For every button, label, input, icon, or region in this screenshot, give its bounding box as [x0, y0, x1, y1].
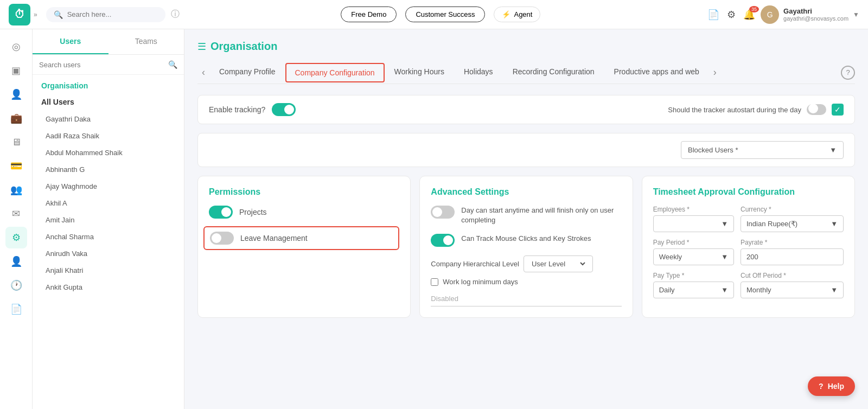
advanced-settings-title: Advanced Settings: [431, 187, 621, 197]
autostart-check: ✓: [832, 104, 844, 116]
projects-toggle[interactable]: [209, 206, 233, 219]
tab-company-profile[interactable]: Company Profile: [209, 62, 285, 83]
list-item[interactable]: Amit Jain: [33, 212, 184, 228]
all-users-label[interactable]: All Users: [33, 93, 184, 111]
hierarchical-select[interactable]: User Level Manager Level Admin Level: [529, 259, 587, 269]
notification-icon[interactable]: 🔔35: [743, 9, 755, 21]
tab-prev-arrow[interactable]: ‹: [197, 67, 209, 78]
sidebar-item-settings[interactable]: ⚙: [5, 227, 27, 248]
enable-tracking-toggle[interactable]: [272, 103, 296, 116]
tabs-row: ‹ Company Profile Company Configuration …: [197, 61, 855, 84]
worklog-checkbox[interactable]: [431, 278, 438, 286]
tab-productive-apps[interactable]: Productive apps and web: [604, 62, 709, 83]
sidebar-item-dashboard[interactable]: ◎: [5, 36, 27, 57]
currency-arrow: ▼: [831, 220, 838, 228]
user-avatar: G: [761, 5, 779, 24]
mousetrack-toggle[interactable]: [431, 234, 455, 247]
list-item[interactable]: Akhil A: [33, 195, 184, 212]
pay-period-select[interactable]: Weekly ▼: [653, 248, 734, 265]
blocked-users-select[interactable]: Blocked Users * ▼: [681, 141, 844, 159]
permissions-title: Permissions: [209, 187, 399, 197]
help-label: Help: [828, 382, 844, 391]
sidebar-item-tv[interactable]: ▣: [5, 60, 27, 81]
hierarchical-label: Company Hierarchical Level: [431, 259, 519, 269]
tab-company-configuration[interactable]: Company Configuration: [285, 63, 385, 82]
list-item[interactable]: Abdul Mohammed Shaik: [33, 144, 184, 161]
cutoff-field: Cut Off Period * Monthly ▼: [741, 272, 844, 298]
tracking-row: Enable tracking? Should the tracker auto…: [197, 95, 855, 124]
sidebar-item-monitor[interactable]: 🖥: [5, 131, 27, 153]
timesheet-card: Timesheet Approval Configuration Employe…: [642, 176, 855, 318]
info-icon[interactable]: ⓘ: [171, 9, 180, 20]
advanced-settings-card: Advanced Settings Day can start anytime …: [419, 176, 633, 318]
currency-select[interactable]: Indian Rupee(₹) ▼: [741, 215, 844, 232]
agent-button[interactable]: ⚡ Agent: [494, 7, 540, 22]
tab-help-icon[interactable]: ?: [841, 66, 855, 80]
pay-type-value: Daily: [659, 286, 675, 294]
sidebar-item-briefcase[interactable]: 💼: [5, 107, 27, 129]
settings-nav-icon[interactable]: ⚙: [727, 9, 736, 21]
list-item[interactable]: Anjali Khatri: [33, 262, 184, 279]
user-dropdown-arrow[interactable]: ▼: [853, 11, 859, 18]
tab-recording-configuration[interactable]: Recording Configuration: [503, 62, 604, 83]
pay-period-field: Pay Period * Weekly ▼: [653, 239, 734, 265]
tab-next-arrow[interactable]: ›: [709, 61, 721, 84]
mousetrack-label: Can Track Mouse Clicks and Key Strokes: [461, 234, 591, 244]
sidebar-item-card[interactable]: 💳: [5, 155, 27, 177]
user-email: gayathri@snovasys.com: [783, 15, 848, 22]
global-search[interactable]: 🔍: [46, 7, 165, 22]
tab-working-hours[interactable]: Working Hours: [385, 62, 454, 83]
user-name: Gayathri: [783, 7, 848, 15]
daystart-label: Day can start anytime and will finish on…: [461, 206, 621, 225]
user-details: Gayathri gayathri@snovasys.com: [783, 7, 848, 22]
user-info[interactable]: G Gayathri gayathri@snovasys.com ▼: [761, 5, 859, 24]
list-item[interactable]: Anirudh Vaka: [33, 245, 184, 262]
customer-success-button[interactable]: Customer Success: [405, 7, 485, 22]
tab-teams[interactable]: Teams: [108, 29, 184, 54]
hierarchical-dropdown[interactable]: User Level Manager Level Admin Level: [524, 255, 593, 272]
pay-type-arrow: ▼: [721, 286, 728, 294]
nav-icons: 📄 ⚙ 🔔35: [707, 9, 755, 21]
leave-toggle[interactable]: [210, 232, 234, 245]
pay-type-select[interactable]: Daily ▼: [653, 282, 734, 298]
sidebar-item-clock[interactable]: 🕐: [5, 274, 27, 296]
enable-tracking-label: Enable tracking?: [209, 105, 265, 114]
permissions-card: Permissions Projects Leave Management: [197, 176, 411, 318]
list-item[interactable]: Ankit Gupta: [33, 279, 184, 296]
list-item[interactable]: Aadil Raza Shaik: [33, 127, 184, 144]
sidebar-item-person[interactable]: 👤: [5, 84, 27, 105]
blocked-users-area: Blocked Users * ▼: [197, 133, 855, 167]
adv-item-daystart: Day can start anytime and will finish on…: [431, 206, 621, 225]
pay-type-field: Pay Type * Daily ▼: [653, 272, 734, 298]
employees-label: Employees *: [653, 206, 734, 213]
help-button[interactable]: ? Help: [808, 376, 855, 396]
timesheet-title: Timesheet Approval Configuration: [653, 187, 844, 197]
payrate-input[interactable]: [741, 248, 844, 265]
employees-select[interactable]: ▼: [653, 215, 734, 232]
list-item[interactable]: Anchal Sharma: [33, 228, 184, 245]
list-item[interactable]: Gayathri Daka: [33, 111, 184, 127]
perm-item-projects: Projects: [209, 206, 399, 219]
sidebar-item-group[interactable]: 👥: [5, 179, 27, 201]
tab-users[interactable]: Users: [33, 29, 108, 54]
sidebar-item-mail[interactable]: ✉: [5, 203, 27, 225]
sidebar-item-file[interactable]: 📄: [5, 298, 27, 320]
daystart-toggle[interactable]: [431, 206, 455, 219]
agent-icon: ⚡: [502, 10, 510, 18]
org-title[interactable]: Organisation: [33, 75, 184, 93]
cutoff-select[interactable]: Monthly ▼: [741, 282, 844, 298]
worklog-label: Work log minimum days: [443, 278, 518, 286]
document-icon[interactable]: 📄: [707, 9, 719, 21]
hierarchical-row: Company Hierarchical Level User Level Ma…: [431, 255, 621, 272]
global-search-input[interactable]: [67, 10, 154, 18]
user-search[interactable]: 🔍: [33, 55, 184, 75]
list-item[interactable]: Abhinanth G: [33, 161, 184, 178]
free-demo-button[interactable]: Free Demo: [341, 7, 397, 22]
sidebar-item-user2[interactable]: 👤: [5, 251, 27, 272]
nav-expand-icon[interactable]: »: [34, 11, 37, 18]
list-item[interactable]: Ajay Waghmode: [33, 178, 184, 195]
autostart-toggle[interactable]: [807, 104, 826, 115]
tab-holidays[interactable]: Holidays: [454, 62, 503, 83]
timesheet-grid: Employees * ▼ Currency * Indian Rupee(₹)…: [653, 206, 844, 298]
user-search-input[interactable]: [39, 61, 168, 69]
